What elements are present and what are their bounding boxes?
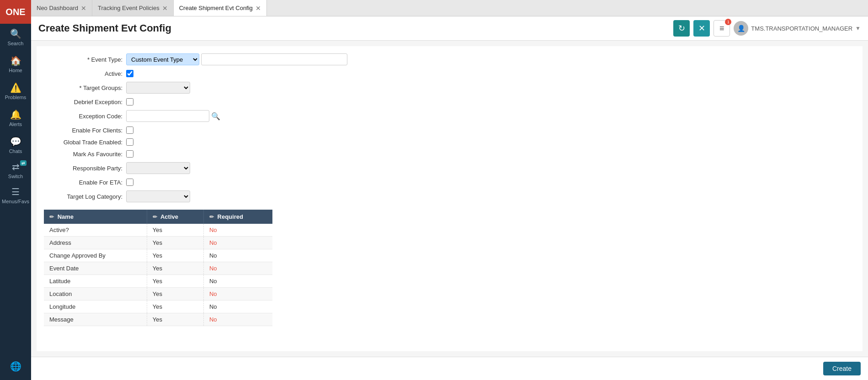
table-row: Message Yes No bbox=[44, 313, 272, 326]
sidebar-item-globe[interactable]: 🌐 bbox=[0, 356, 31, 376]
menu-icon: ≡ bbox=[719, 24, 724, 33]
target-log-category-select[interactable] bbox=[126, 190, 190, 202]
table-cell-active: Yes bbox=[147, 262, 203, 275]
exception-code-search-button[interactable]: 🔍 bbox=[209, 112, 222, 121]
enable-for-clients-row: Enable For Clients: bbox=[44, 127, 855, 134]
table-cell-active: Yes bbox=[147, 249, 203, 262]
event-type-row: * Event Type: Custom Event Type bbox=[44, 53, 855, 65]
responsible-party-select[interactable] bbox=[126, 162, 190, 174]
globe-icon: 🌐 bbox=[10, 361, 21, 372]
page-title: Create Shipment Evt Config bbox=[38, 22, 670, 34]
problems-icon: ⚠️ bbox=[10, 82, 21, 93]
table-row: Event Date Yes No bbox=[44, 262, 272, 275]
tab-tracking-event-policies[interactable]: Tracking Event Policies ✕ bbox=[92, 0, 174, 16]
sidebar-item-search[interactable]: 🔍 Search bbox=[0, 24, 31, 51]
global-trade-enabled-checkbox[interactable] bbox=[126, 138, 133, 146]
tab-neo-dashboard[interactable]: Neo Dashboard ✕ bbox=[31, 0, 92, 16]
table-cell-name: Event Date bbox=[44, 262, 147, 275]
bottom-bar: Create bbox=[31, 357, 868, 380]
refresh-button[interactable]: ↻ bbox=[673, 20, 690, 37]
menus-icon: ☰ bbox=[11, 186, 20, 197]
edit-icon-active: ✏ bbox=[153, 214, 157, 220]
debrief-exception-label: Debrief Exception: bbox=[44, 99, 126, 106]
exception-code-label: Exception Code: bbox=[44, 113, 126, 120]
home-icon: 🏠 bbox=[10, 55, 21, 66]
active-row: Active: bbox=[44, 70, 855, 77]
table-cell-name: Latitude bbox=[44, 275, 147, 288]
tab-bar: Neo Dashboard ✕ Tracking Event Policies … bbox=[31, 0, 868, 16]
table-cell-name: Location bbox=[44, 288, 147, 301]
sidebar-item-home[interactable]: 🏠 Home bbox=[0, 51, 31, 78]
notification-badge: 1 bbox=[725, 19, 731, 25]
tab-create-shipment-evt-config[interactable]: Create Shipment Evt Config ✕ bbox=[174, 0, 267, 16]
table-row: Longitude Yes No bbox=[44, 301, 272, 313]
switch-icon: ⇄ bbox=[12, 161, 20, 172]
avatar-icon: 👤 bbox=[737, 25, 745, 32]
mark-as-favourite-checkbox[interactable] bbox=[126, 150, 133, 158]
sidebar-item-menus[interactable]: ☰ Menus/Favs bbox=[0, 182, 31, 209]
table-cell-required: No bbox=[203, 301, 272, 313]
user-dropdown[interactable]: 👤 TMS.TRANSPORTATION_MANAGER ▼ bbox=[734, 21, 861, 36]
app-logo: ONE bbox=[0, 0, 31, 24]
event-type-text-input[interactable] bbox=[201, 53, 347, 65]
target-groups-label: * Target Groups: bbox=[44, 84, 126, 91]
sidebar-item-chats[interactable]: 💬 Chats bbox=[0, 132, 31, 158]
table-cell-required: No bbox=[203, 237, 272, 249]
tab-close-neo-dashboard[interactable]: ✕ bbox=[81, 5, 86, 11]
target-groups-select[interactable] bbox=[126, 82, 190, 94]
event-type-select[interactable]: Custom Event Type bbox=[126, 53, 199, 65]
table-cell-name: Change Approved By bbox=[44, 249, 147, 262]
table-cell-active: Yes bbox=[147, 301, 203, 313]
content-area: * Event Type: Custom Event Type Active: … bbox=[31, 41, 868, 380]
sidebar-item-alerts[interactable]: 🔔 Alerts bbox=[0, 105, 31, 132]
event-type-label: * Event Type: bbox=[44, 56, 126, 63]
toolbar: Create Shipment Evt Config ↻ ✕ ≡ 1 👤 TMS… bbox=[31, 16, 868, 41]
event-type-field-group: Custom Event Type bbox=[126, 53, 347, 65]
chevron-down-icon: ▼ bbox=[855, 25, 861, 32]
chats-icon: 💬 bbox=[10, 136, 21, 147]
exception-code-row: Exception Code: 🔍 bbox=[44, 110, 855, 122]
table-row: Address Yes No bbox=[44, 237, 272, 249]
sidebar-item-switch[interactable]: ⇄ ⇄ Switch bbox=[0, 158, 31, 182]
table-cell-name: Active? bbox=[44, 224, 147, 237]
debrief-exception-checkbox[interactable] bbox=[126, 98, 133, 106]
table-row: Active? Yes No bbox=[44, 224, 272, 237]
exception-code-input[interactable] bbox=[126, 110, 209, 122]
table-cell-required: No bbox=[203, 275, 272, 288]
table-row: Location Yes No bbox=[44, 288, 272, 301]
edit-icon-required: ✏ bbox=[209, 214, 214, 220]
table-row: Latitude Yes No bbox=[44, 275, 272, 288]
responsible-party-row: Responsible Party: bbox=[44, 162, 855, 174]
avatar: 👤 bbox=[734, 21, 748, 36]
refresh-icon: ↻ bbox=[678, 23, 685, 33]
enable-for-eta-checkbox[interactable] bbox=[126, 179, 133, 186]
active-checkbox[interactable] bbox=[126, 70, 133, 77]
sidebar-item-problems[interactable]: ⚠️ Problems bbox=[0, 78, 31, 105]
menu-button[interactable]: ≡ 1 bbox=[714, 20, 730, 37]
col-header-name: ✏ Name bbox=[44, 210, 147, 224]
enable-for-eta-row: Enable For ETA: bbox=[44, 179, 855, 186]
search-icon: 🔍 bbox=[10, 28, 21, 39]
form-panel: * Event Type: Custom Event Type Active: … bbox=[37, 46, 863, 351]
tab-close-create-shipment[interactable]: ✕ bbox=[256, 5, 261, 11]
magnifier-icon: 🔍 bbox=[211, 112, 220, 120]
table-cell-required: No bbox=[203, 313, 272, 326]
edit-icon-name: ✏ bbox=[49, 214, 54, 220]
table-cell-active: Yes bbox=[147, 275, 203, 288]
table-row: Change Approved By Yes No bbox=[44, 249, 272, 262]
tab-close-tracking-event-policies[interactable]: ✕ bbox=[162, 5, 168, 11]
enable-for-eta-label: Enable For ETA: bbox=[44, 179, 126, 186]
sidebar-bottom: 🌐 bbox=[0, 356, 31, 380]
target-log-category-row: Target Log Category: bbox=[44, 190, 855, 202]
table-cell-required: No bbox=[203, 262, 272, 275]
responsible-party-label: Responsible Party: bbox=[44, 165, 126, 172]
mark-as-favourite-row: Mark As Favourite: bbox=[44, 150, 855, 158]
table-cell-name: Longitude bbox=[44, 301, 147, 313]
sidebar: ONE 🔍 Search 🏠 Home ⚠️ Problems 🔔 Alerts… bbox=[0, 0, 31, 380]
create-button[interactable]: Create bbox=[823, 362, 861, 375]
close-button[interactable]: ✕ bbox=[693, 20, 710, 37]
enable-for-clients-checkbox[interactable] bbox=[126, 127, 133, 134]
table-cell-active: Yes bbox=[147, 224, 203, 237]
alerts-icon: 🔔 bbox=[10, 109, 21, 120]
global-trade-enabled-row: Global Trade Enabled: bbox=[44, 138, 855, 146]
